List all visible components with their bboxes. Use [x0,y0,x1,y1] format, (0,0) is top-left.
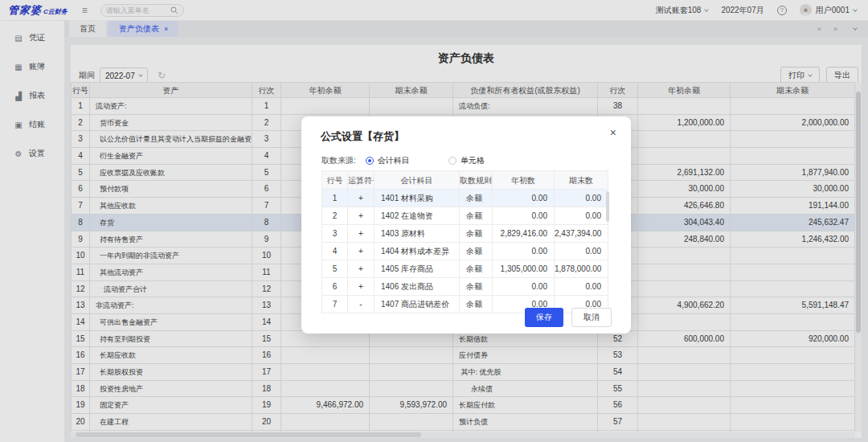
radio-unselected-icon [448,157,457,165]
table-cell[interactable]: + [348,225,375,243]
formula-scrollbar-thumb[interactable] [606,191,609,222]
radio-label: 单元格 [461,155,485,166]
column-header: 期末数 [555,170,608,190]
table-cell[interactable]: + [348,207,375,225]
table-cell[interactable]: 1403 原材料 [375,225,460,243]
table-cell[interactable]: 5 [321,260,348,278]
table-cell[interactable]: 4 [321,243,348,260]
table-cell[interactable]: 0.00 [555,243,608,260]
source-label: 取数来源: [321,155,356,166]
table-cell[interactable]: 1 [321,190,348,207]
column-header: 取数规则 [460,170,493,190]
table-cell[interactable]: 1406 发出商品 [375,278,460,296]
table-cell[interactable]: 1,305,000.00 [493,260,555,278]
data-source-row: 取数来源: 会计科目 单元格 [321,155,485,166]
table-cell[interactable]: 余额 [460,278,493,296]
table-cell[interactable]: 7 [321,296,348,313]
modal-footer: 保存 取消 [525,308,612,327]
formula-table-header: 行号运算符号会计科目取数规则年初数期末数 [321,170,608,190]
column-header: 年初数 [493,170,555,190]
table-cell[interactable]: 0.00 [493,190,555,207]
formula-settings-modal: 公式设置【存货】 × 取数来源: 会计科目 单元格 行号运算符号会计科目取数规则… [301,117,631,334]
table-cell[interactable]: 1404 材料成本差异 [375,243,460,260]
column-header: 行号 [321,170,348,190]
radio-label: 会计科目 [378,155,410,166]
table-row: 4+1404 材料成本差异余额0.000.00 [321,243,608,260]
table-cell[interactable]: - [348,296,375,313]
table-cell[interactable]: 余额 [460,190,493,207]
table-cell[interactable]: 0.00 [493,243,555,260]
modal-title: 公式设置【存货】 [321,129,404,144]
formula-table-body: 1+1401 材料采购余额0.000.002+1402 在途物资余额0.000.… [321,190,608,313]
table-cell[interactable]: 余额 [460,225,493,243]
table-cell[interactable]: 1402 在途物资 [375,207,460,225]
table-row: 6+1406 发出商品余额0.000.00 [321,278,608,296]
cancel-button[interactable]: 取消 [571,308,612,327]
table-cell[interactable]: 0.00 [555,278,608,296]
table-row: 5+1405 库存商品余额1,305,000.001,878,000.00 [321,260,608,278]
table-cell[interactable]: 2,829,416.00 [493,225,555,243]
table-cell[interactable]: 1407 商品进销差价 [375,296,460,313]
radio-account-subject[interactable]: 会计科目 [366,155,410,166]
table-row: 3+1403 原材料余额2,829,416.002,437,394.00 [321,225,608,243]
table-cell[interactable]: 1401 材料采购 [375,190,460,207]
table-cell[interactable]: 3 [321,225,348,243]
table-cell[interactable]: + [348,278,375,296]
close-icon[interactable]: × [610,126,616,139]
table-cell[interactable]: 0.00 [555,190,608,207]
table-row: 2+1402 在途物资余额0.000.00 [321,207,608,225]
table-cell[interactable]: 余额 [460,243,493,260]
column-header: 会计科目 [375,170,460,190]
save-button[interactable]: 保存 [525,308,563,327]
table-cell[interactable]: 2 [321,207,348,225]
formula-table: 行号运算符号会计科目取数规则年初数期末数 1+1401 材料采购余额0.000.… [321,170,608,313]
table-cell[interactable]: 余额 [460,207,493,225]
table-cell[interactable]: 余额 [460,260,493,278]
table-cell[interactable]: 0.00 [493,278,555,296]
table-cell[interactable]: 1,878,000.00 [555,260,608,278]
radio-cell[interactable]: 单元格 [448,155,485,166]
column-header: 运算符号 [348,170,375,190]
table-cell[interactable]: 2,437,394.00 [555,225,608,243]
table-cell[interactable]: 6 [321,278,348,296]
table-cell[interactable]: 余额 [460,296,493,313]
table-cell[interactable]: + [348,243,375,260]
table-row: 1+1401 材料采购余额0.000.00 [321,190,608,207]
table-cell[interactable]: 0.00 [555,207,608,225]
table-cell[interactable]: + [348,190,375,207]
table-cell[interactable]: 0.00 [493,207,555,225]
table-cell[interactable]: + [348,260,375,278]
radio-selected-icon [366,157,374,165]
table-cell[interactable]: 1405 库存商品 [375,260,460,278]
